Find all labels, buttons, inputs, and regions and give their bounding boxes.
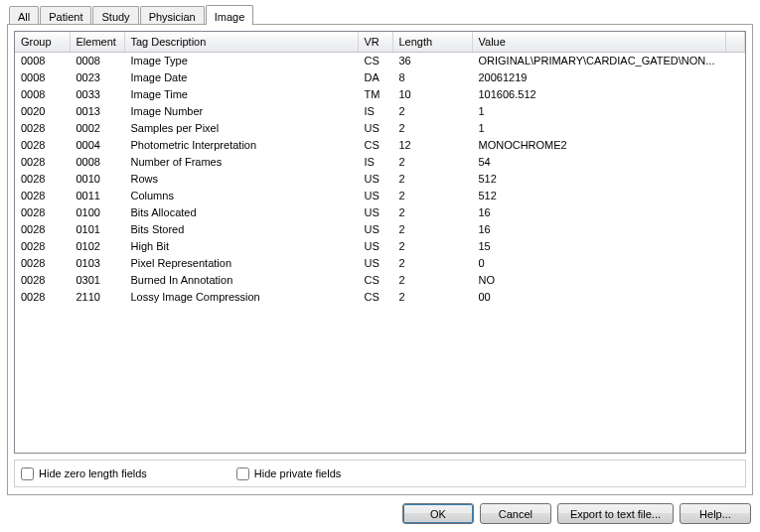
cell-desc: Pixel Representation — [124, 254, 358, 271]
cell-value: 1 — [472, 119, 725, 136]
cell-group: 0028 — [15, 170, 70, 187]
table-row[interactable]: 00280101Bits StoredUS216 — [15, 220, 745, 237]
tab-patient[interactable]: Patient — [40, 6, 91, 24]
help-button[interactable]: Help... — [680, 503, 751, 524]
cell-length: 10 — [392, 85, 472, 102]
table-row[interactable]: 00282110Lossy Image CompressionCS200 — [15, 288, 745, 305]
cell-desc: Image Number — [124, 102, 358, 119]
export-button[interactable]: Export to text file... — [557, 503, 674, 524]
cell-desc: Image Date — [124, 68, 358, 85]
table-row[interactable]: 00080023Image DateDA820061219 — [15, 68, 745, 85]
cell-length: 2 — [392, 237, 472, 254]
table-row[interactable]: 00280008Number of FramesIS254 — [15, 153, 745, 170]
col-header-vr[interactable]: VR — [358, 32, 392, 52]
cell-length: 2 — [392, 102, 472, 119]
table-row[interactable]: 00280102High BitUS215 — [15, 237, 745, 254]
col-header-group[interactable]: Group — [15, 32, 70, 52]
cell-length: 2 — [392, 203, 472, 220]
cell-pad — [725, 153, 745, 170]
cell-desc: Lossy Image Compression — [124, 288, 358, 305]
cell-desc: Columns — [124, 187, 358, 203]
cell-element: 0002 — [70, 119, 124, 136]
cell-value: 20061219 — [472, 68, 725, 85]
cell-vr: CS — [358, 136, 392, 153]
tab-physician[interactable]: Physician — [140, 6, 205, 24]
tab-all[interactable]: All — [9, 6, 39, 24]
table-row-empty — [15, 305, 745, 322]
cell-element: 0010 — [70, 170, 124, 187]
table-row[interactable]: 00280100Bits AllocatedUS216 — [15, 203, 745, 220]
cell-vr: CS — [358, 288, 392, 305]
cell-pad — [725, 119, 745, 136]
col-header-desc[interactable]: Tag Description — [124, 32, 358, 52]
cell-value: 512 — [472, 170, 725, 187]
cell-group: 0028 — [15, 119, 70, 136]
hide-zero-length-input[interactable] — [21, 467, 34, 480]
cell-desc: Image Time — [124, 85, 358, 102]
cell-length: 8 — [392, 68, 472, 85]
cancel-button[interactable]: Cancel — [480, 503, 551, 524]
cell-length: 2 — [392, 288, 472, 305]
table-row-empty — [15, 322, 745, 338]
cell-group: 0028 — [15, 187, 70, 203]
cell-pad — [725, 237, 745, 254]
cell-pad — [725, 170, 745, 187]
table-row[interactable]: 00200013Image NumberIS21 — [15, 102, 745, 119]
table-row-empty — [15, 389, 745, 406]
cell-desc: High Bit — [124, 237, 358, 254]
table-row[interactable]: 00280010RowsUS2512 — [15, 170, 745, 187]
tab-image[interactable]: Image — [206, 5, 254, 25]
ok-button[interactable]: OK — [402, 503, 474, 524]
cell-value: 101606.512 — [472, 85, 725, 102]
cell-element: 0301 — [70, 271, 124, 288]
cell-group: 0028 — [15, 220, 70, 237]
hide-private-checkbox[interactable]: Hide private fields — [236, 467, 341, 480]
hide-zero-length-checkbox[interactable]: Hide zero length fields — [21, 467, 147, 480]
cell-length: 2 — [392, 187, 472, 203]
cell-vr: US — [358, 254, 392, 271]
cell-element: 0013 — [70, 102, 124, 119]
table-row-empty — [15, 440, 745, 454]
cell-element: 0103 — [70, 254, 124, 271]
cell-element: 0102 — [70, 237, 124, 254]
hide-private-input[interactable] — [236, 467, 249, 480]
dicom-tag-table: Group Element Tag Description VR Length … — [14, 31, 746, 454]
table-row[interactable]: 00080008Image TypeCS36ORIGINAL\PRIMARY\C… — [15, 52, 745, 68]
cell-vr: IS — [358, 153, 392, 170]
cell-pad — [725, 187, 745, 203]
col-header-element[interactable]: Element — [70, 32, 124, 52]
cell-pad — [725, 254, 745, 271]
cell-value: 1 — [472, 102, 725, 119]
cell-element: 0004 — [70, 136, 124, 153]
cell-desc: Bits Stored — [124, 220, 358, 237]
cell-pad — [725, 52, 745, 68]
cell-pad — [725, 68, 745, 85]
cell-value: ORIGINAL\PRIMARY\CARDIAC_GATED\NON... — [472, 52, 725, 68]
table-row[interactable]: 00280301Burned In AnnotationCS2NO — [15, 271, 745, 288]
col-header-value[interactable]: Value — [472, 32, 725, 52]
cell-length: 36 — [392, 52, 472, 68]
col-header-length[interactable]: Length — [392, 32, 472, 52]
cell-desc: Bits Allocated — [124, 203, 358, 220]
cell-group: 0028 — [15, 288, 70, 305]
cell-desc: Image Type — [124, 52, 358, 68]
tab-study[interactable]: Study — [92, 6, 138, 24]
cell-element: 0008 — [70, 52, 124, 68]
cell-value: 0 — [472, 254, 725, 271]
cell-vr: CS — [358, 271, 392, 288]
col-header-pad — [725, 32, 745, 52]
cell-group: 0008 — [15, 68, 70, 85]
table-row[interactable]: 00280011ColumnsUS2512 — [15, 187, 745, 203]
table-row-empty — [15, 338, 745, 355]
tab-strip: AllPatientStudyPhysicianImage — [7, 5, 753, 24]
cell-vr: US — [358, 187, 392, 203]
table-row[interactable]: 00080033Image TimeTM10101606.512 — [15, 85, 745, 102]
hide-zero-length-label: Hide zero length fields — [39, 467, 147, 479]
cell-vr: TM — [358, 85, 392, 102]
table-row[interactable]: 00280002Samples per PixelUS21 — [15, 119, 745, 136]
table-row-empty — [15, 423, 745, 440]
table-row[interactable]: 00280004Photometric InterpretationCS12MO… — [15, 136, 745, 153]
cell-pad — [725, 136, 745, 153]
table-row[interactable]: 00280103Pixel RepresentationUS20 — [15, 254, 745, 271]
cell-vr: DA — [358, 68, 392, 85]
